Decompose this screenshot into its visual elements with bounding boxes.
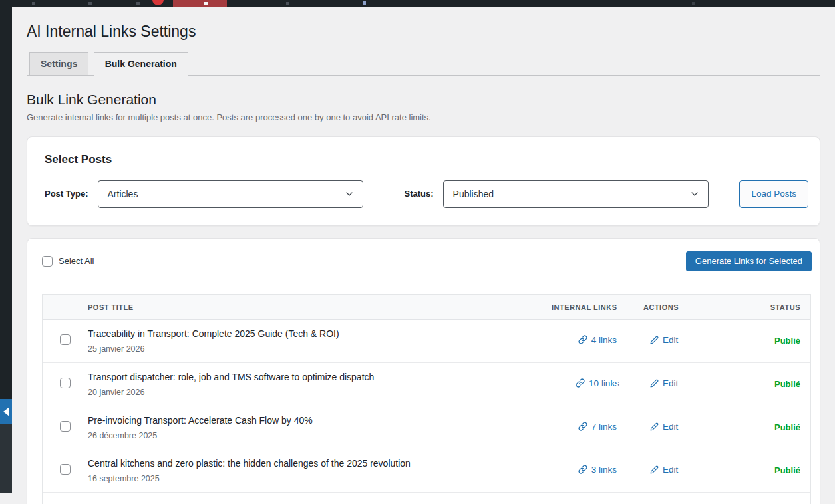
edit-link[interactable]: Edit xyxy=(650,335,678,345)
row-checkbox[interactable] xyxy=(60,334,71,345)
row-checkbox[interactable] xyxy=(60,378,71,388)
admin-bar-alert-button[interactable] xyxy=(173,0,227,7)
post-type-label: Post Type: xyxy=(45,189,88,199)
table-row: Pre-invoicing Transport: Accelerate Cash… xyxy=(43,406,810,449)
post-title: Transport dispatcher: role, job and TMS … xyxy=(88,372,552,384)
status-badge: Publié xyxy=(710,449,810,492)
header-checkbox-col xyxy=(43,295,88,320)
internal-links-link[interactable]: 10 links xyxy=(576,378,619,388)
edit-link[interactable]: Edit xyxy=(650,465,678,475)
tab-settings[interactable]: Settings xyxy=(29,52,88,76)
chevron-left-icon xyxy=(3,407,9,416)
internal-links-link[interactable]: 3 links xyxy=(578,465,617,475)
select-posts-controls: Post Type: Articles Status: Published Lo… xyxy=(45,180,808,208)
bulk-list-panel: Select All Generate Links for Selected P… xyxy=(27,238,820,504)
admin-sidebar-submenu[interactable] xyxy=(0,424,12,493)
admin-bar xyxy=(0,0,835,7)
admin-sidebar-menu[interactable] xyxy=(0,7,12,399)
table-row: Traceability in Transport: Complete 2025… xyxy=(43,319,810,362)
row-checkbox[interactable] xyxy=(60,464,71,475)
link-icon xyxy=(578,465,587,474)
table-row: Microhubs & Consolidation: Last Mile Rev… xyxy=(43,492,810,504)
table-row: Transport dispatcher: role, job and TMS … xyxy=(43,362,810,406)
post-type-select[interactable]: Articles xyxy=(98,180,363,208)
admin-bar-icon[interactable] xyxy=(692,2,695,5)
tab-bar: Settings Bulk Generation xyxy=(27,52,820,76)
internal-links-link[interactable]: 7 links xyxy=(578,422,617,432)
links-count: 4 links xyxy=(591,335,617,345)
admin-bar-icon[interactable] xyxy=(136,2,140,5)
chevron-down-icon xyxy=(689,189,700,199)
post-date: 25 janvier 2026 xyxy=(88,344,552,354)
admin-bar-icon[interactable] xyxy=(286,2,289,5)
select-posts-heading: Select Posts xyxy=(45,153,808,166)
edit-link[interactable]: Edit xyxy=(650,422,678,432)
admin-sidebar xyxy=(0,7,12,493)
links-count: 7 links xyxy=(591,422,617,432)
row-checkbox[interactable] xyxy=(60,421,71,432)
link-icon xyxy=(578,422,587,431)
notification-badge[interactable] xyxy=(152,0,164,5)
main-content: AI Internal Links Settings Settings Bulk… xyxy=(12,7,835,504)
pencil-icon xyxy=(650,422,659,431)
post-date: 20 janvier 2026 xyxy=(88,388,552,397)
links-count: 10 links xyxy=(589,378,619,388)
load-posts-button[interactable]: Load Posts xyxy=(739,180,808,208)
post-title: Pre-invoicing Transport: Accelerate Cash… xyxy=(88,415,552,427)
section-heading: Bulk Link Generation xyxy=(27,92,820,108)
status-badge: Publié xyxy=(710,319,810,362)
status-select[interactable]: Published xyxy=(443,180,709,208)
table-row: Central kitchens and zero plastic: the h… xyxy=(43,449,810,492)
pencil-icon xyxy=(650,465,659,474)
internal-links-link[interactable]: 4 links xyxy=(578,335,617,345)
tab-bulk-generation[interactable]: Bulk Generation xyxy=(94,52,188,76)
edit-label: Edit xyxy=(663,465,678,475)
posts-table: POST TITLE INTERNAL LINKS ACTIONS STATUS… xyxy=(43,295,810,504)
bulk-toolbar: Select All Generate Links for Selected xyxy=(42,239,812,283)
header-post-title: POST TITLE xyxy=(88,295,552,320)
admin-bar-icon[interactable] xyxy=(88,2,92,5)
post-type-selected-value: Articles xyxy=(108,189,138,199)
section-description: Generate internal links for multiple pos… xyxy=(27,112,820,122)
header-internal-links: INTERNAL LINKS xyxy=(552,295,643,320)
status-label: Status: xyxy=(405,189,434,199)
status-badge: Publié xyxy=(710,362,810,406)
select-all-checkbox[interactable] xyxy=(42,256,53,267)
header-actions: ACTIONS xyxy=(643,295,710,320)
posts-table-container: POST TITLE INTERNAL LINKS ACTIONS STATUS… xyxy=(42,294,811,504)
link-icon xyxy=(578,335,587,344)
edit-label: Edit xyxy=(663,335,678,345)
select-posts-panel: Select Posts Post Type: Articles Status:… xyxy=(27,136,820,226)
links-count: 3 links xyxy=(591,465,617,475)
edit-label: Edit xyxy=(663,422,678,432)
post-title: Central kitchens and zero plastic: the h… xyxy=(88,458,552,470)
status-badge: Publié xyxy=(710,406,810,449)
admin-bar-icon[interactable] xyxy=(363,1,366,5)
chevron-down-icon xyxy=(344,189,355,199)
pencil-icon xyxy=(650,379,659,388)
select-all-control[interactable]: Select All xyxy=(42,256,94,267)
status-selected-value: Published xyxy=(453,189,494,199)
link-icon xyxy=(576,378,585,388)
generate-links-button[interactable]: Generate Links for Selected xyxy=(686,251,812,271)
header-status: STATUS xyxy=(710,295,810,320)
post-date: 26 décembre 2025 xyxy=(88,431,552,440)
pencil-icon xyxy=(650,336,659,344)
select-all-label: Select All xyxy=(59,256,94,266)
collapse-menu-button[interactable] xyxy=(0,399,12,424)
edit-label: Edit xyxy=(663,378,678,388)
table-header-row: POST TITLE INTERNAL LINKS ACTIONS STATUS xyxy=(43,295,810,320)
post-date: 16 septembre 2025 xyxy=(88,474,552,483)
page-title: AI Internal Links Settings xyxy=(27,22,820,42)
post-title: Traceability in Transport: Complete 2025… xyxy=(88,328,552,340)
admin-bar-alert-icon xyxy=(204,2,208,5)
edit-link[interactable]: Edit xyxy=(650,378,678,388)
admin-bar-icon[interactable] xyxy=(32,2,35,5)
